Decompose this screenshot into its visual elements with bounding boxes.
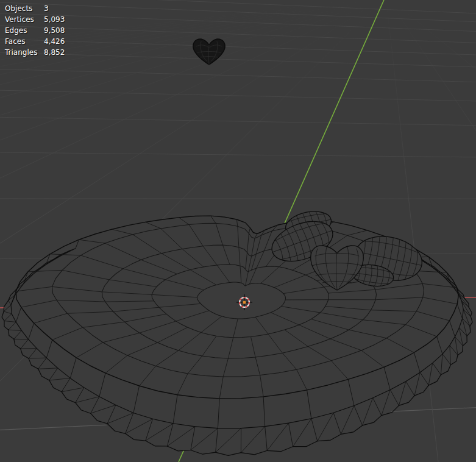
stat-label: Faces (5, 36, 44, 47)
stat-label: Edges (5, 25, 44, 36)
stats-row: Vertices5,093 (5, 14, 65, 25)
stat-value: 8,852 (44, 47, 65, 58)
stat-value: 9,508 (44, 25, 65, 36)
viewport[interactable]: Objects3 Vertices5,093 Edges9,508 Faces4… (0, 0, 476, 462)
stat-value: 5,093 (44, 14, 65, 25)
stats-row: Triangles8,852 (5, 47, 65, 58)
stat-label: Triangles (5, 47, 44, 58)
stats-row: Objects3 (5, 3, 65, 14)
floating-heart-mesh (193, 39, 225, 65)
stat-value: 4,426 (44, 36, 65, 47)
stats-row: Faces4,426 (5, 36, 65, 47)
stat-value: 3 (44, 3, 49, 14)
stats-row: Edges9,508 (5, 25, 65, 36)
stats-overlay: Objects3 Vertices5,093 Edges9,508 Faces4… (5, 3, 65, 58)
stat-label: Vertices (5, 14, 44, 25)
viewport-canvas[interactable] (0, 0, 476, 462)
stat-label: Objects (5, 3, 44, 14)
